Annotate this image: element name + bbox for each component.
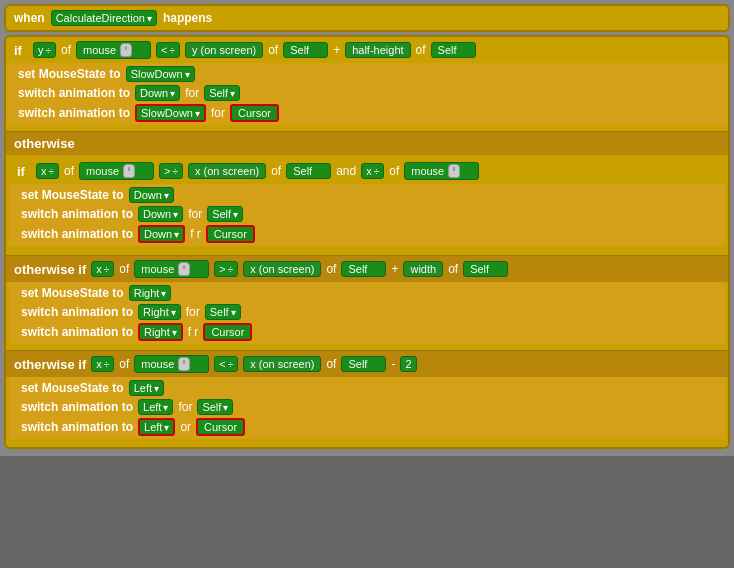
of-label-9: of — [448, 262, 458, 276]
for-label-7: for — [178, 400, 192, 414]
of-label-7: of — [119, 262, 129, 276]
set-mousestate-label-3: set MouseState to — [21, 286, 124, 300]
plus-label-1: + — [333, 43, 340, 57]
left-anim-dropdown-1[interactable]: Left — [138, 399, 173, 415]
down-anim-dropdown-highlighted[interactable]: Down — [138, 225, 185, 243]
x-on-screen-dropdown-3[interactable]: x (on screen) — [243, 356, 321, 372]
of-label-11: of — [326, 357, 336, 371]
self-obj-dropdown-4[interactable]: Self — [341, 261, 386, 277]
self-anim-dropdown-1[interactable]: Self — [204, 85, 240, 101]
switch-anim-label-1: switch animation to — [18, 86, 130, 100]
self-obj-dropdown-1[interactable]: Self — [283, 42, 328, 58]
for-label-1: for — [185, 86, 199, 100]
down-val-dropdown[interactable]: Down — [129, 187, 174, 203]
set-mousestate-label-2: set MouseState to — [21, 188, 124, 202]
right-val-dropdown[interactable]: Right — [129, 285, 172, 301]
otherwise-if-label-1: otherwise if — [14, 262, 86, 277]
for-label-2: for — [211, 106, 225, 120]
switch-anim-label-2: switch animation to — [18, 106, 130, 120]
self-obj-dropdown-2[interactable]: Self — [431, 42, 476, 58]
plus-label-2: + — [391, 262, 398, 276]
if-label-1: if — [14, 43, 28, 58]
x-var-dropdown-4[interactable]: x — [91, 356, 114, 372]
of-label-4: of — [64, 164, 74, 178]
half-height-dropdown[interactable]: half-height — [345, 42, 410, 58]
mouse-obj-dropdown-4[interactable]: mouse — [134, 260, 209, 278]
gt-op-dropdown-2[interactable]: > — [214, 261, 238, 277]
cursor-anim-dropdown-4[interactable]: Cursor — [196, 418, 245, 436]
x-on-screen-dropdown-2[interactable]: x (on screen) — [243, 261, 321, 277]
minus-label: - — [391, 357, 395, 371]
self-anim-dropdown-4[interactable]: Self — [197, 399, 233, 415]
of-label-3: of — [416, 43, 426, 57]
for-label-8: or — [180, 420, 191, 434]
otherwise-if-label-2: otherwise if — [14, 357, 86, 372]
of-label-8: of — [326, 262, 336, 276]
when-label: when — [14, 11, 45, 25]
x-var-dropdown-2[interactable]: x — [361, 163, 384, 179]
right-anim-dropdown-highlighted[interactable]: Right — [138, 323, 183, 341]
switch-anim-label-4: switch animation to — [21, 227, 133, 241]
for-label-4: f r — [190, 227, 201, 241]
y-on-screen-dropdown[interactable]: y (on screen) — [185, 42, 263, 58]
set-mousestate-label-4: set MouseState to — [21, 381, 124, 395]
self-anim-dropdown-2[interactable]: Self — [207, 206, 243, 222]
mouse-obj-dropdown-2[interactable]: mouse — [79, 162, 154, 180]
switch-anim-label-5: switch animation to — [21, 305, 133, 319]
self-obj-dropdown-6[interactable]: Self — [341, 356, 386, 372]
switch-anim-label-6: switch animation to — [21, 325, 133, 339]
of-label-1: of — [61, 43, 71, 57]
of-label-2: of — [268, 43, 278, 57]
left-val-dropdown[interactable]: Left — [129, 380, 164, 396]
right-anim-dropdown-1[interactable]: Right — [138, 304, 181, 320]
for-label-5: for — [186, 305, 200, 319]
left-anim-dropdown-highlighted[interactable]: Left — [138, 418, 175, 436]
self-obj-dropdown-5[interactable]: Self — [463, 261, 508, 277]
for-label-6: f r — [188, 325, 199, 339]
lt-op-dropdown-1[interactable]: < — [156, 42, 180, 58]
of-label-6: of — [389, 164, 399, 178]
calculate-direction-dropdown[interactable]: CalculateDirection — [51, 10, 157, 26]
lt-op-dropdown-2[interactable]: < — [214, 356, 238, 372]
mouse-obj-dropdown-1[interactable]: mouse — [76, 41, 151, 59]
slow-down-anim-dropdown-highlighted[interactable]: SlowDown — [135, 104, 206, 122]
x-on-screen-dropdown-1[interactable]: x (on screen) — [188, 163, 266, 179]
for-label-3: for — [188, 207, 202, 221]
y-var-dropdown-1[interactable]: y — [33, 42, 56, 58]
self-obj-dropdown-3[interactable]: Self — [286, 163, 331, 179]
mouse-obj-dropdown-5[interactable]: mouse — [134, 355, 209, 373]
self-anim-dropdown-3[interactable]: Self — [205, 304, 241, 320]
of-label-10: of — [119, 357, 129, 371]
num-2-dropdown[interactable]: 2 — [400, 356, 416, 372]
slow-down-val-dropdown-1[interactable]: SlowDown — [126, 66, 195, 82]
happens-label: happens — [163, 11, 212, 25]
cursor-anim-dropdown-2[interactable]: Cursor — [206, 225, 255, 243]
set-mousestate-label-1: set MouseState to — [18, 67, 121, 81]
width-dropdown[interactable]: width — [403, 261, 443, 277]
otherwise-label-1: otherwise — [14, 136, 75, 151]
gt-op-dropdown-1[interactable]: > — [159, 163, 183, 179]
cursor-anim-dropdown-1[interactable]: Cursor — [230, 104, 279, 122]
switch-anim-label-3: switch animation to — [21, 207, 133, 221]
cursor-anim-dropdown-3[interactable]: Cursor — [203, 323, 252, 341]
down-anim-dropdown-2[interactable]: Down — [138, 206, 183, 222]
x-var-dropdown-3[interactable]: x — [91, 261, 114, 277]
mouse-obj-dropdown-3[interactable]: mouse — [404, 162, 479, 180]
if-label-2: if — [17, 164, 31, 179]
of-label-5: of — [271, 164, 281, 178]
switch-anim-label-7: switch animation to — [21, 400, 133, 414]
switch-anim-label-8: switch animation to — [21, 420, 133, 434]
x-var-dropdown-1[interactable]: x — [36, 163, 59, 179]
and-label-1: and — [336, 164, 356, 178]
down-anim-dropdown-1[interactable]: Down — [135, 85, 180, 101]
